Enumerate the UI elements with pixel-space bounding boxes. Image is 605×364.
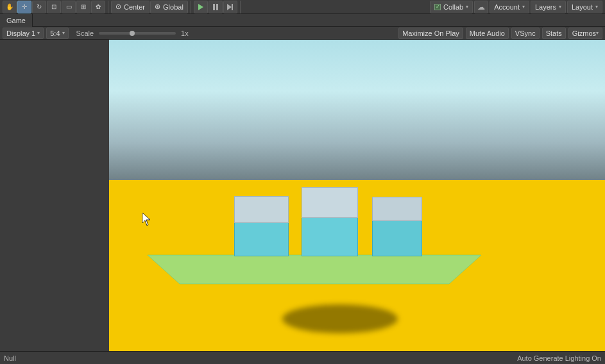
- pivot-group: ⊙ Center ⊛ Global: [111, 1, 191, 13]
- left-panel: [0, 40, 109, 351]
- account-dropdown[interactable]: Account ▾: [490, 1, 529, 13]
- step-icon: [227, 4, 233, 10]
- rotate-tool-button[interactable]: ↻: [32, 1, 46, 13]
- mute-button[interactable]: Mute Audio: [466, 28, 509, 39]
- collab-button[interactable]: ✓ Collab ▾: [430, 1, 473, 13]
- layout-label: Layout: [572, 3, 593, 11]
- cube-3: [372, 197, 422, 256]
- collab-chevron-icon: ▾: [466, 4, 468, 10]
- game-canvas[interactable]: [109, 40, 605, 351]
- pause-icon: [213, 4, 218, 10]
- aspect-chevron-icon: ▾: [62, 30, 65, 36]
- layers-chevron-icon: ▾: [559, 4, 561, 10]
- display-dropdown[interactable]: Display 1 ▾: [3, 28, 44, 39]
- game-tab[interactable]: Game: [0, 14, 33, 27]
- mute-label: Mute Audio: [470, 29, 505, 37]
- stats-button[interactable]: Stats: [542, 28, 566, 39]
- gizmos-button[interactable]: Gizmos ▾: [568, 28, 602, 39]
- global-label: Global: [163, 3, 183, 11]
- gizmos-chevron-icon: ▾: [596, 30, 599, 36]
- game-tab-bar: Game: [0, 14, 605, 27]
- transform-tools-group: ✋ ✛ ↻ ⊡ ▭ ⊞ ✿: [3, 1, 108, 13]
- stats-label: Stats: [546, 29, 562, 37]
- game-controls-bar: Display 1 ▾ 5:4 ▾ Scale 1x Maximize On P…: [0, 27, 605, 40]
- scale-value: 1x: [181, 29, 189, 37]
- ground-shadow: [282, 304, 398, 333]
- aspect-dropdown[interactable]: 5:4 ▾: [46, 28, 68, 39]
- svg-marker-0: [148, 255, 481, 284]
- scale-label: Scale: [76, 29, 94, 37]
- layout-chevron-icon: ▾: [595, 4, 598, 10]
- game-scene: [109, 40, 605, 351]
- vsync-button[interactable]: VSync: [511, 28, 540, 39]
- hand-tool-button[interactable]: ✋: [3, 1, 17, 13]
- game-panel: Game Display 1 ▾ 5:4 ▾ Scale 1x Maximize…: [0, 14, 605, 364]
- play-icon: [198, 4, 203, 10]
- move-tool-button[interactable]: ✛: [17, 1, 31, 13]
- scale-slider-thumb: [130, 31, 135, 36]
- maximize-label: Maximize On Play: [402, 29, 459, 37]
- playback-group: [194, 1, 241, 13]
- step-button[interactable]: [223, 1, 237, 13]
- status-bar: Null Auto Generate Lighting On: [0, 351, 605, 364]
- rect-tool-button[interactable]: ▭: [62, 1, 76, 13]
- aspect-label: 5:4: [50, 29, 60, 37]
- gizmos-label: Gizmos: [572, 29, 596, 37]
- scale-slider[interactable]: [99, 32, 176, 35]
- game-viewport-area: [0, 40, 605, 351]
- status-right-text: Auto Generate Lighting On: [517, 354, 601, 362]
- cube-2: [302, 187, 358, 256]
- pivot-icon: ⊙: [115, 3, 121, 11]
- account-chevron-icon: ▾: [522, 4, 525, 10]
- global-dropdown[interactable]: ⊛ Global: [150, 1, 188, 13]
- vsync-label: VSync: [515, 29, 536, 37]
- global-icon: ⊛: [155, 3, 160, 11]
- maximize-button[interactable]: Maximize On Play: [398, 28, 463, 39]
- center-dropdown[interactable]: ⊙ Center: [111, 1, 149, 13]
- transform-tool-button[interactable]: ⊞: [76, 1, 90, 13]
- status-left-text: Null: [4, 354, 16, 362]
- layers-label: Layers: [535, 3, 556, 11]
- custom-tool-button[interactable]: ✿: [91, 1, 105, 13]
- collab-label: Collab: [443, 3, 463, 11]
- account-label: Account: [494, 3, 520, 11]
- layout-dropdown[interactable]: Layout ▾: [567, 1, 602, 13]
- collab-check-icon: ✓: [434, 4, 441, 10]
- pause-button[interactable]: [209, 1, 223, 13]
- play-button[interactable]: [194, 1, 208, 13]
- layers-dropdown[interactable]: Layers ▾: [531, 1, 566, 13]
- cloud-icon: ☁: [477, 3, 485, 12]
- display-label: Display 1: [6, 29, 35, 37]
- display-chevron-icon: ▾: [37, 30, 40, 36]
- game-tab-label: Game: [6, 17, 26, 24]
- top-toolbar: ✋ ✛ ↻ ⊡ ▭ ⊞ ✿ ⊙ Center ⊛ Global: [0, 0, 605, 14]
- cloud-button[interactable]: ☁: [474, 1, 488, 13]
- center-label: Center: [124, 3, 145, 11]
- cube-1: [234, 196, 289, 256]
- scale-tool-button[interactable]: ⊡: [47, 1, 61, 13]
